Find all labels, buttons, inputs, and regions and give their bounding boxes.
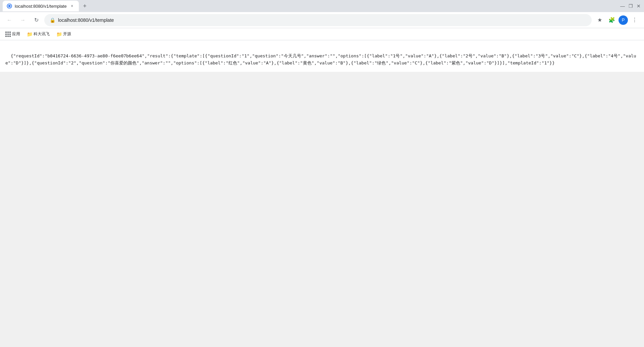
- profile-avatar[interactable]: P: [619, 15, 628, 25]
- forward-button[interactable]: →: [17, 15, 28, 26]
- reload-button[interactable]: ↻: [31, 15, 42, 26]
- opensource-label: 开源: [63, 31, 71, 37]
- forward-icon: →: [20, 17, 25, 23]
- tab-close-button[interactable]: ×: [69, 3, 75, 9]
- bookmark-star-button[interactable]: ★: [594, 15, 605, 26]
- window-controls: — ❐ ✕: [620, 3, 641, 9]
- menu-icon: ⋮: [632, 17, 637, 23]
- page-content: {"requestId":"b0416724-6636-4973-ae80-f6…: [0, 40, 644, 72]
- minimize-button[interactable]: —: [620, 3, 625, 9]
- apps-label: 应用: [12, 31, 20, 37]
- keda-label: 科大讯飞: [34, 31, 50, 37]
- bookmarks-bar: 应用 📁 科大讯飞 📁 开源: [0, 28, 644, 40]
- apps-bookmark[interactable]: 应用: [3, 30, 23, 38]
- title-bar: localhost:8080/v1/template × + — ❐ ✕: [0, 0, 644, 12]
- star-icon: ★: [597, 17, 602, 23]
- browser-tab[interactable]: localhost:8080/v1/template ×: [3, 1, 79, 11]
- maximize-button[interactable]: ❐: [628, 3, 633, 9]
- opensource-bookmark-folder[interactable]: 📁 开源: [54, 30, 74, 38]
- tab-favicon: [7, 3, 12, 9]
- opensource-folder-icon: 📁: [56, 32, 62, 37]
- url-bar[interactable]: 🔒 localhost:8080/v1/template: [44, 14, 592, 26]
- toolbar-right: ★ 🧩 P ⋮: [594, 15, 640, 26]
- json-response-text: {"requestId":"b0416724-6636-4973-ae80-f6…: [5, 53, 636, 65]
- svg-point-1: [8, 5, 10, 7]
- security-icon: 🔒: [50, 17, 55, 23]
- keda-folder-icon: 📁: [27, 32, 32, 37]
- tab-title: localhost:8080/v1/template: [15, 4, 67, 9]
- apps-icon: [5, 32, 11, 37]
- close-button[interactable]: ✕: [636, 3, 641, 9]
- url-text: localhost:8080/v1/template: [58, 17, 586, 23]
- avatar-initial: P: [622, 17, 625, 22]
- menu-button[interactable]: ⋮: [629, 15, 640, 26]
- back-button[interactable]: ←: [4, 15, 15, 26]
- address-bar: ← → ↻ 🔒 localhost:8080/v1/template ★ 🧩 P…: [0, 12, 644, 28]
- extensions-icon: 🧩: [608, 17, 615, 23]
- extensions-button[interactable]: 🧩: [606, 15, 617, 26]
- new-tab-button[interactable]: +: [80, 1, 90, 11]
- back-icon: ←: [7, 17, 12, 23]
- reload-icon: ↻: [34, 17, 39, 23]
- keda-bookmark-folder[interactable]: 📁 科大讯飞: [24, 30, 52, 38]
